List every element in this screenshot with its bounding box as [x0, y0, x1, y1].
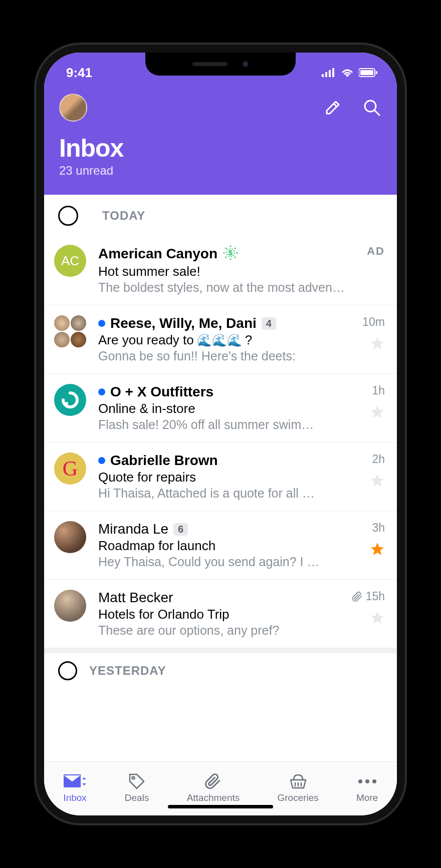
- device-notch: [145, 53, 296, 76]
- section-label: YESTERDAY: [89, 664, 166, 678]
- email-preview: Hey Thaisa, Could you send again? I …: [98, 555, 349, 569]
- svg-point-18: [65, 402, 68, 405]
- ad-row[interactable]: AC American Canyon $ Hot summer sale! Th…: [44, 235, 397, 305]
- email-list[interactable]: TODAY AC American Canyon $ Hot summer sa…: [44, 195, 397, 761]
- nav-attachments[interactable]: Attachments: [187, 772, 240, 803]
- attachment-icon: [352, 591, 363, 602]
- email-subject: Roadmap for launch: [98, 538, 349, 554]
- sender-avatar: [54, 521, 86, 553]
- group-avatar: [54, 315, 86, 347]
- ad-badge: AD: [367, 245, 385, 258]
- battery-icon: [359, 65, 378, 81]
- sender-avatar: [54, 384, 86, 416]
- email-subject: Are you ready to 🌊🌊🌊 ?: [98, 332, 349, 348]
- svg-rect-1: [325, 72, 327, 77]
- thread-count-badge: 4: [262, 317, 276, 330]
- basket-icon: [289, 772, 308, 790]
- section-yesterday: YESTERDAY: [44, 653, 397, 680]
- svg-point-10: [230, 246, 232, 247]
- wave-emoji: 🌊🌊🌊: [197, 333, 242, 347]
- search-icon[interactable]: [362, 98, 382, 118]
- nav-label: Inbox: [63, 792, 86, 803]
- section-today: TODAY: [44, 195, 397, 235]
- nav-more[interactable]: More: [356, 772, 378, 803]
- email-sender: O + X Outfitters: [110, 384, 213, 400]
- section-separator: [44, 648, 397, 653]
- nav-label: More: [356, 792, 378, 803]
- paperclip-icon: [204, 772, 222, 790]
- email-sender: Gabrielle Brown: [110, 453, 218, 469]
- email-row[interactable]: Miranda Le 6 Roadmap for launch Hey Thai…: [44, 511, 397, 580]
- tag-icon: [128, 772, 146, 790]
- sender-avatar: G: [54, 453, 86, 485]
- email-time: 15h: [352, 590, 385, 603]
- email-time: 10m: [362, 315, 385, 329]
- nav-deals[interactable]: Deals: [125, 772, 149, 803]
- page-title: Inbox: [59, 134, 382, 163]
- svg-rect-3: [332, 68, 334, 77]
- svg-rect-2: [329, 70, 331, 77]
- svg-point-17: [235, 257, 236, 258]
- compose-icon[interactable]: [323, 98, 343, 118]
- sponsored-dollar-icon: $: [223, 245, 239, 263]
- email-sender: Miranda Le: [98, 521, 168, 537]
- svg-rect-6: [376, 71, 377, 74]
- signal-icon: [322, 65, 336, 81]
- nav-label: Deals: [125, 792, 149, 803]
- email-row[interactable]: Matt Becker Hotels for Orlando Trip Thes…: [44, 580, 397, 648]
- phone-frame: 9:41: [35, 44, 406, 824]
- nav-label: Groceries: [277, 792, 318, 803]
- status-time: 9:41: [66, 65, 92, 81]
- sender-avatar: [54, 590, 86, 622]
- star-toggle[interactable]: [370, 542, 385, 557]
- phone-screen: 9:41: [44, 53, 397, 815]
- email-row[interactable]: O + X Outfitters Online & in-store Flash…: [44, 374, 397, 443]
- email-preview: These are our options, any pref?: [98, 623, 349, 638]
- ad-preview: The boldest styles, now at the most adve…: [98, 280, 349, 295]
- section-label: TODAY: [102, 209, 145, 223]
- svg-point-13: [237, 252, 238, 254]
- star-toggle[interactable]: [370, 610, 385, 625]
- wifi-icon: [341, 65, 354, 81]
- email-row[interactable]: Reese, Willy, Me, Dani 4 Are you ready t…: [44, 305, 397, 374]
- svg-point-12: [224, 252, 225, 254]
- unread-count: 23 unread: [59, 164, 382, 178]
- email-time: 3h: [372, 521, 385, 535]
- ad-subject: Hot summer sale!: [98, 264, 349, 279]
- home-indicator[interactable]: [168, 805, 273, 808]
- email-preview: Hi Thaisa, Attached is a quote for all …: [98, 486, 349, 501]
- email-time: 1h: [372, 384, 385, 397]
- more-icon: [357, 772, 377, 790]
- svg-point-20: [358, 779, 362, 783]
- email-subject: Quote for repairs: [98, 470, 349, 485]
- star-toggle[interactable]: [370, 473, 385, 488]
- nav-inbox[interactable]: Inbox: [63, 772, 87, 803]
- svg-point-22: [372, 779, 376, 783]
- svg-point-11: [230, 259, 232, 260]
- profile-avatar[interactable]: [59, 94, 87, 122]
- nav-label: Attachments: [187, 792, 240, 803]
- email-preview: Flash sale! 20% off all summer swim…: [98, 417, 349, 432]
- svg-rect-0: [322, 74, 324, 77]
- email-subject: Online & in-store: [98, 401, 349, 416]
- inbox-header: Inbox 23 unread: [44, 83, 397, 195]
- svg-point-15: [235, 248, 236, 249]
- unread-indicator: [98, 320, 105, 327]
- select-all-toggle[interactable]: [58, 206, 78, 226]
- email-row[interactable]: G Gabrielle Brown Quote for repairs Hi T…: [44, 443, 397, 511]
- svg-text:$: $: [229, 248, 233, 257]
- svg-point-14: [226, 248, 227, 249]
- email-sender: Matt Becker: [98, 590, 173, 606]
- select-all-toggle[interactable]: [58, 661, 77, 680]
- svg-point-7: [365, 101, 376, 112]
- ad-avatar: AC: [54, 245, 86, 277]
- star-toggle[interactable]: [370, 336, 385, 351]
- svg-rect-5: [360, 70, 373, 75]
- svg-point-19: [132, 776, 135, 779]
- nav-groceries[interactable]: Groceries: [277, 772, 318, 803]
- thread-count-badge: 6: [173, 523, 188, 536]
- star-toggle[interactable]: [370, 404, 385, 419]
- inbox-icon: [63, 772, 87, 790]
- email-time: 2h: [372, 453, 385, 466]
- unread-indicator: [98, 388, 105, 395]
